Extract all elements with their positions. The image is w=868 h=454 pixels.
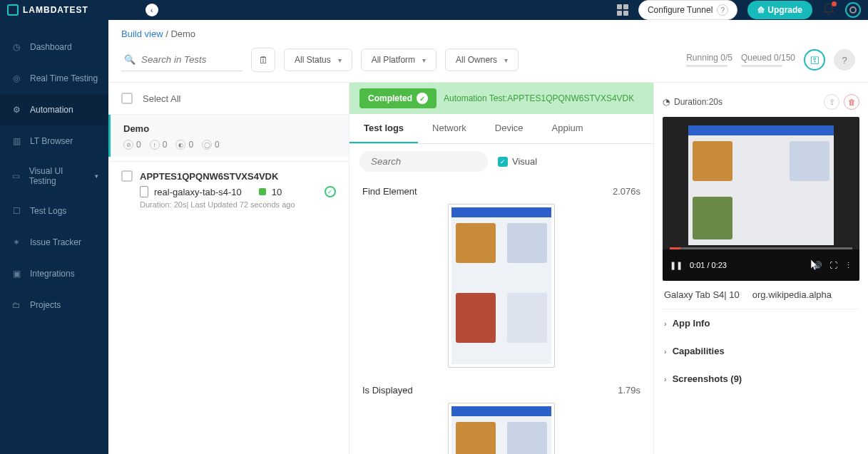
sidebar-collapse-button[interactable]: ‹	[145, 4, 158, 16]
brand-logo: LAMBDATEST	[7, 4, 88, 16]
chevron-right-icon: ›	[664, 319, 667, 328]
log-search-input[interactable]	[359, 151, 488, 172]
bug-icon: ✶	[10, 236, 23, 249]
accordion-appinfo[interactable]: ›App Info	[663, 309, 859, 337]
sidebar-item-projects[interactable]: 🗀Projects	[0, 289, 108, 321]
cursor-icon	[811, 259, 820, 271]
test-card[interactable]: APPTES1QPQNW6STVXS4VDK real-galaxy-tab-s…	[108, 161, 349, 217]
integrations-icon: ▣	[10, 267, 23, 280]
help-button[interactable]: ?	[834, 49, 855, 71]
share-button[interactable]: ⇪	[824, 94, 839, 110]
sidebar-item-dashboard[interactable]: ◷Dashboard	[0, 31, 108, 63]
sidebar-item-automation[interactable]: ⚙Automation	[0, 94, 108, 125]
key-icon: ⚿	[810, 55, 820, 66]
sidebar-item-visualui[interactable]: ▭Visual UI Testing▾	[0, 157, 108, 195]
checkbox-checked-icon: ✓	[498, 157, 508, 167]
notifications-button[interactable]	[822, 3, 835, 18]
question-icon: ?	[842, 55, 847, 66]
sidebar-item-ltbrowser[interactable]: ▥LT Browser	[0, 125, 108, 157]
status-banner: Completed ✓ Automation Test:APPTES1QPQNW…	[349, 83, 653, 114]
android-icon	[259, 188, 266, 195]
select-all-checkbox[interactable]	[121, 93, 133, 104]
delete-button[interactable]: 🗑	[844, 94, 859, 110]
step-time: 2.076s	[613, 186, 640, 197]
chevron-down-icon: ▾	[95, 172, 98, 180]
status-filter[interactable]: All Status▾	[284, 48, 352, 71]
video-player[interactable]: ❚❚ 0:01 / 0:23 🔊 ⛶ ⋮	[663, 117, 859, 281]
check-icon: ✓	[417, 93, 428, 104]
sidebar: ◷Dashboard ◎Real Time Testing ⚙Automatio…	[0, 20, 108, 454]
test-meta: Duration: 20s| Last Updated 72 seconds a…	[121, 200, 336, 209]
step-screenshot[interactable]	[448, 204, 555, 368]
status-dot-icon: ⊘	[123, 140, 133, 150]
chevron-down-icon: ▾	[504, 56, 508, 64]
status-passed-icon: ✓	[325, 186, 336, 197]
rocket-icon: ⟰	[757, 5, 765, 15]
realtime-icon: ◎	[10, 72, 23, 85]
eye-icon: ▭	[10, 170, 22, 182]
build-group-name: Demo	[111, 115, 349, 140]
logs-icon: ☐	[10, 205, 23, 217]
logo-mark-icon	[7, 4, 19, 16]
user-avatar-button[interactable]	[845, 2, 861, 18]
pause-button[interactable]: ❚❚	[670, 261, 683, 270]
visual-toggle[interactable]: ✓ Visual	[498, 156, 537, 167]
app-package: org.wikipedia.alpha	[752, 289, 832, 300]
accordion-screenshots[interactable]: ›Screenshots (9)	[663, 365, 859, 393]
apps-grid-icon[interactable]	[617, 4, 628, 16]
sidebar-item-issuetracker[interactable]: ✶Issue Tracker	[0, 227, 108, 258]
fullscreen-button[interactable]: ⛶	[829, 261, 837, 269]
platform-filter[interactable]: All Platform▾	[361, 48, 436, 71]
step-screenshot[interactable]	[448, 403, 555, 454]
chevron-down-icon: ▾	[338, 56, 342, 64]
video-time: 0:01 / 0:23	[690, 261, 727, 269]
test-device: real-galaxy-tab-s4-10	[154, 187, 242, 197]
breadcrumb-link[interactable]: Build view	[121, 29, 163, 39]
log-step[interactable]: Find Element 2.076s	[349, 179, 653, 378]
status-dot-icon: ◯	[202, 140, 212, 150]
step-time: 1.79s	[618, 385, 640, 396]
more-options-button[interactable]: ⋮	[844, 261, 852, 270]
owners-filter[interactable]: All Owners▾	[445, 48, 519, 71]
help-question-icon: ?	[717, 4, 728, 16]
tab-appium[interactable]: Appium	[538, 114, 598, 143]
status-dot-icon: !	[150, 140, 160, 150]
calendar-button[interactable]: 🗓	[251, 48, 275, 72]
folder-icon: 🗀	[10, 299, 23, 311]
chevron-right-icon: ›	[664, 375, 667, 383]
configure-tunnel-label: Configure Tunnel	[648, 5, 713, 15]
build-group-counts: ⊘0 !0 ◐0 ◯0	[111, 140, 349, 157]
gauge-icon: ◷	[10, 41, 23, 53]
brand-text: LAMBDATEST	[23, 5, 88, 15]
search-input[interactable]	[121, 48, 242, 71]
tab-testlogs[interactable]: Test logs	[349, 114, 418, 143]
build-group[interactable]: Demo ⊘0 !0 ◐0 ◯0	[108, 115, 349, 157]
test-os-count: 10	[272, 187, 282, 197]
tab-network[interactable]: Network	[418, 114, 481, 143]
test-checkbox[interactable]	[121, 170, 133, 182]
status-chip: Completed ✓	[359, 88, 436, 108]
browser-icon: ▥	[10, 135, 23, 148]
configure-tunnel-button[interactable]: Configure Tunnel ?	[638, 0, 737, 20]
log-step[interactable]: Is Displayed 1.79s	[349, 378, 653, 454]
breadcrumb: Build view / Demo	[108, 20, 868, 45]
sidebar-item-testlogs[interactable]: ☐Test Logs	[0, 195, 108, 227]
sidebar-item-integrations[interactable]: ▣Integrations	[0, 258, 108, 289]
banner-text: Automation Test:APPTES1QPQNW6STVXS4VDK	[444, 93, 634, 103]
tab-device[interactable]: Device	[481, 114, 538, 143]
notification-dot-icon	[832, 1, 837, 6]
status-dot-icon: ◐	[175, 140, 185, 150]
accordion-capabilities[interactable]: ›Capabilities	[663, 337, 859, 365]
clock-icon: ◔	[663, 97, 670, 107]
sidebar-item-realtime[interactable]: ◎Real Time Testing	[0, 63, 108, 94]
upgrade-button[interactable]: ⟰ Upgrade	[747, 1, 812, 19]
test-id: APPTES1QPQNW6STVXS4VDK	[140, 171, 278, 182]
calendar-icon: 🗓	[259, 55, 268, 66]
chevron-down-icon: ▾	[422, 56, 426, 64]
chevron-right-icon: ›	[664, 347, 667, 356]
running-stat: Running 0/5	[686, 53, 732, 67]
access-key-button[interactable]: ⚿	[804, 49, 825, 71]
breadcrumb-current: Demo	[170, 29, 195, 39]
device-icon	[140, 186, 148, 197]
device-name: Galaxy Tab S4| 10	[664, 289, 740, 300]
